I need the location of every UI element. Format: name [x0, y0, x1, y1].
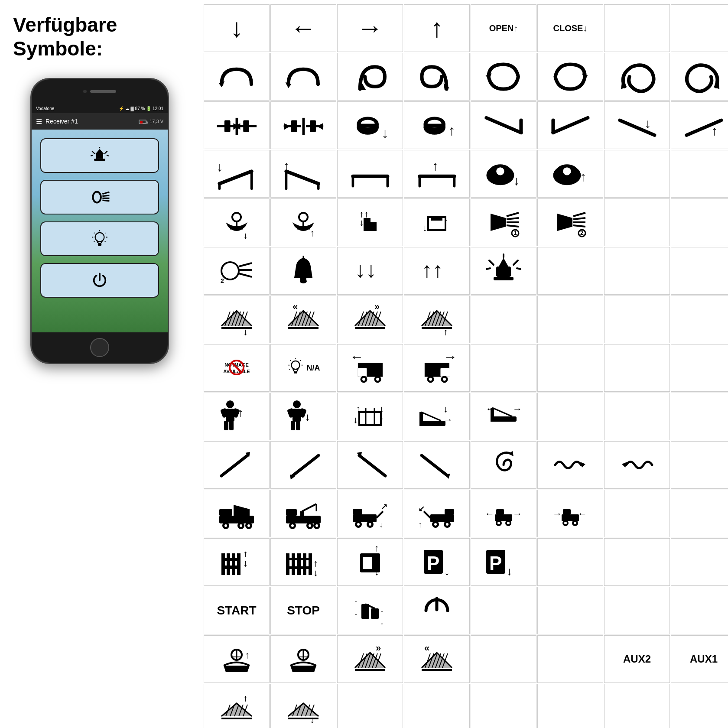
- symbol-parking-down[interactable]: P ↓: [404, 538, 470, 586]
- siren-button[interactable]: [40, 138, 159, 173]
- symbol-awning-extend-right[interactable]: »: [337, 296, 403, 343]
- symbol-curve-8[interactable]: [671, 53, 728, 101]
- svg-point-242: [240, 524, 242, 527]
- symbol-worker-down[interactable]: ↓: [270, 393, 336, 440]
- symbol-boat-top-up[interactable]: ↑: [204, 635, 270, 683]
- svg-text:↓: ↓: [379, 403, 384, 414]
- symbol-double-up[interactable]: ↑↑: [404, 247, 470, 295]
- symbol-truck-arrow-right[interactable]: →: [404, 344, 470, 392]
- svg-rect-301: [303, 553, 306, 575]
- symbol-diagonal-up-left[interactable]: [337, 441, 403, 489]
- symbol-table-tilt-left-down[interactable]: ↓: [204, 150, 270, 198]
- symbol-tow-up-left[interactable]: ↑ ↙: [404, 490, 470, 537]
- symbol-cable-reel-down[interactable]: ↓: [337, 101, 403, 149]
- symbol-boat-anchor-up[interactable]: ↑: [270, 198, 336, 246]
- svg-text:»: »: [376, 643, 381, 653]
- symbol-lift-down-up-arrow[interactable]: ↓ ↑ ↑ ↓: [337, 393, 403, 440]
- symbol-stop[interactable]: STOP: [270, 587, 336, 634]
- svg-line-69: [219, 171, 251, 184]
- symbol-boat-up-right[interactable]: ↑: [537, 150, 603, 198]
- symbol-truck-arrow-left[interactable]: ←: [337, 344, 403, 392]
- symbol-row15-c3: [337, 684, 403, 728]
- symbol-close-down[interactable]: CLOSE↓: [537, 4, 603, 52]
- symbol-lift-up-arrows[interactable]: ↑↑ ↓↓: [337, 198, 403, 246]
- symbol-tow-expand[interactable]: ← →: [471, 490, 536, 537]
- symbol-bell[interactable]: [270, 247, 336, 295]
- svg-text:↑: ↑: [245, 650, 250, 660]
- symbol-headlight-circle-2[interactable]: 2: [204, 247, 270, 295]
- symbol-boat-anchor-down[interactable]: ↓: [204, 198, 270, 246]
- symbol-parking-down2[interactable]: P ↓: [471, 538, 536, 586]
- svg-text:↓: ↓: [379, 520, 383, 529]
- symbol-curve-1[interactable]: [204, 53, 270, 101]
- symbol-awning-retract-left[interactable]: «: [270, 296, 336, 343]
- symbol-compress-horizontal[interactable]: [204, 101, 270, 149]
- symbol-angle-down-right[interactable]: [471, 101, 536, 149]
- svg-rect-42: [224, 120, 230, 132]
- symbol-worker-up[interactable]: ↑: [204, 393, 270, 440]
- symbol-wave-left-arrow[interactable]: [604, 441, 670, 489]
- symbol-expand-horizontal[interactable]: [270, 101, 336, 149]
- symbol-diagonal-down-right[interactable]: [404, 441, 470, 489]
- symbol-tow-compress[interactable]: → ←: [537, 490, 603, 537]
- symbol-arrow-up[interactable]: ↑: [404, 4, 470, 52]
- symbol-lift-box[interactable]: ↓ ↑: [404, 198, 470, 246]
- symbol-cable-reel-up[interactable]: ↑: [404, 101, 470, 149]
- power-button[interactable]: [40, 263, 159, 298]
- symbol-arrow-down[interactable]: ↓: [204, 4, 270, 52]
- symbol-ramp-up[interactable]: ↑: [671, 101, 728, 149]
- symbol-awning-close-left[interactable]: ↓: [204, 296, 270, 343]
- phone-screen: Vodafone ⚡ ☁ ▓ 87 % 🔋 12:01 ☰ Receiver #…: [32, 104, 168, 332]
- bulb-button[interactable]: [40, 221, 159, 256]
- symbol-flat-table[interactable]: [337, 150, 403, 198]
- symbol-pump-down-up[interactable]: ↓ ↑ ↑ ↓: [337, 587, 403, 634]
- symbol-curve-7[interactable]: [604, 53, 670, 101]
- symbol-fence-barred[interactable]: ↑ ↓: [270, 538, 336, 586]
- start-label: START: [217, 604, 256, 618]
- symbol-boat-down-left[interactable]: ↓: [471, 150, 536, 198]
- symbol-awning-retract-left2[interactable]: «: [404, 635, 470, 683]
- symbol-crane-truck[interactable]: [270, 490, 336, 537]
- symbol-flat-table-up[interactable]: ↑: [404, 150, 470, 198]
- symbol-open-up[interactable]: OPEN↑: [471, 4, 536, 52]
- symbol-table-tilt-left-up[interactable]: ↑: [270, 150, 336, 198]
- symbol-curve-5[interactable]: [471, 53, 536, 101]
- svg-text:↙: ↙: [418, 504, 425, 513]
- svg-text:↑: ↑: [238, 406, 244, 419]
- symbol-headlight-1[interactable]: 1: [471, 198, 536, 246]
- symbol-row13-c7: [604, 587, 670, 634]
- symbol-start[interactable]: START: [204, 587, 270, 634]
- symbol-awning-small-up[interactable]: ↑: [204, 684, 270, 728]
- symbol-crane-left-right[interactable]: ← →: [471, 393, 536, 440]
- symbol-diagonal-up-right[interactable]: [204, 441, 270, 489]
- symbol-aux1[interactable]: AUX1: [671, 635, 728, 683]
- symbol-awning-open-right[interactable]: »: [337, 635, 403, 683]
- symbol-boat-top-down[interactable]: ↓: [270, 635, 336, 683]
- symbol-ramp-down[interactable]: ↓: [604, 101, 670, 149]
- symbol-headlight-2[interactable]: 2: [537, 198, 603, 246]
- symbol-curve-2[interactable]: [270, 53, 336, 101]
- symbol-fence-down-up[interactable]: ↓ ↑: [204, 538, 270, 586]
- symbol-arrow-left[interactable]: ←: [270, 4, 336, 52]
- symbol-spiral-right[interactable]: [471, 441, 536, 489]
- svg-rect-275: [496, 509, 504, 514]
- symbol-crane-down-right[interactable]: ↓ →: [404, 393, 470, 440]
- symbol-block-up[interactable]: ↑ ↓: [337, 538, 403, 586]
- symbol-angle-down-left[interactable]: [537, 101, 603, 149]
- symbol-dump-truck[interactable]: [204, 490, 270, 537]
- symbol-diagonal-down-left[interactable]: [270, 441, 336, 489]
- symbol-tow-down-right[interactable]: ↓ ↗: [337, 490, 403, 537]
- symbol-awning-up[interactable]: ↑: [404, 296, 470, 343]
- symbol-curve-6[interactable]: [537, 53, 603, 101]
- symbol-aux2[interactable]: AUX2: [604, 635, 670, 683]
- symbol-power-ring[interactable]: [404, 587, 470, 634]
- headlight-button[interactable]: [40, 180, 159, 214]
- symbol-wave-right[interactable]: [537, 441, 603, 489]
- symbol-double-down[interactable]: ↓↓: [337, 247, 403, 295]
- symbol-curve-3[interactable]: [337, 53, 403, 101]
- symbol-bulb-na[interactable]: N/A: [270, 344, 336, 392]
- symbol-curve-4[interactable]: [404, 53, 470, 101]
- symbol-siren-flash[interactable]: [471, 247, 536, 295]
- symbol-arrow-right[interactable]: →: [337, 4, 403, 52]
- symbol-awning-small-down[interactable]: ↓: [270, 684, 336, 728]
